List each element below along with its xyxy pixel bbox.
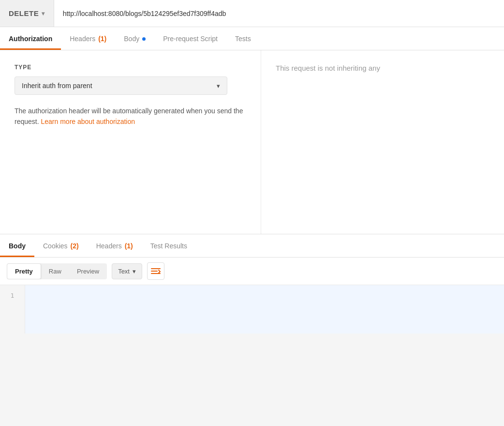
auth-right-text: This request is not inheriting any <box>276 64 380 72</box>
resp-tab-test-results-label: Test Results <box>150 242 187 250</box>
wrap-button[interactable] <box>147 262 164 280</box>
wrap-icon <box>151 266 161 276</box>
code-area: 1 <box>0 285 504 334</box>
auth-type-chevron: ▾ <box>217 82 220 90</box>
auth-type-select[interactable]: Inherit auth from parent ▾ <box>15 76 227 95</box>
raw-button[interactable]: Raw <box>41 263 69 279</box>
main-content: TYPE Inherit auth from parent ▾ The auth… <box>0 50 504 234</box>
line-number-1: 1 <box>0 291 25 300</box>
preview-button[interactable]: Preview <box>69 263 107 279</box>
type-label: TYPE <box>15 64 246 71</box>
tab-headers[interactable]: Headers (1) <box>61 28 115 50</box>
method-label: DELETE <box>9 9 39 17</box>
type-dropdown-label: Text <box>118 268 130 275</box>
request-tabs: Authorization Headers (1) Body Pre-reque… <box>0 27 504 50</box>
resp-tab-cookies-label: Cookies <box>43 242 68 250</box>
auth-description: The authorization header will be automat… <box>15 106 246 127</box>
tab-pre-request-label: Pre-request Script <box>163 35 218 43</box>
method-chevron: ▾ <box>42 10 45 17</box>
resp-tab-body[interactable]: Body <box>0 235 34 257</box>
tab-headers-label: Headers <box>70 35 95 43</box>
body-dot <box>142 37 146 41</box>
learn-more-link[interactable]: Learn more about authorization <box>41 118 135 125</box>
resp-tab-body-label: Body <box>9 242 26 250</box>
line-numbers: 1 <box>0 285 25 334</box>
cookies-badge: (2) <box>71 242 79 250</box>
resp-tab-headers[interactable]: Headers (1) <box>88 235 142 257</box>
tab-pre-request-script[interactable]: Pre-request Script <box>154 28 226 50</box>
svg-rect-1 <box>151 271 158 272</box>
tab-tests[interactable]: Tests <box>226 28 260 50</box>
tab-authorization[interactable]: Authorization <box>0 28 61 50</box>
svg-rect-0 <box>151 268 161 269</box>
auth-right-pane: This request is not inheriting any <box>261 50 504 234</box>
tab-tests-label: Tests <box>235 35 251 43</box>
method-button[interactable]: DELETE ▾ <box>0 0 54 27</box>
tab-body-label: Body <box>124 35 139 43</box>
format-bar: Pretty Raw Preview Text ▾ <box>0 258 504 285</box>
type-dropdown-chevron: ▾ <box>133 268 136 275</box>
resp-tab-headers-label: Headers <box>96 242 122 250</box>
auth-left-pane: TYPE Inherit auth from parent ▾ The auth… <box>0 50 261 234</box>
pretty-button[interactable]: Pretty <box>7 263 41 279</box>
format-group: Pretty Raw Preview <box>7 263 107 279</box>
tab-authorization-label: Authorization <box>9 35 52 43</box>
tab-body[interactable]: Body <box>115 28 154 50</box>
learn-more-text: Learn more about authorization <box>41 118 135 125</box>
resp-headers-badge: (1) <box>125 242 133 250</box>
code-content[interactable] <box>25 285 504 334</box>
top-bar: DELETE ▾ <box>0 0 504 27</box>
headers-badge: (1) <box>98 35 106 43</box>
resp-tab-test-results[interactable]: Test Results <box>142 235 196 257</box>
url-input[interactable] <box>54 0 504 27</box>
resp-tab-cookies[interactable]: Cookies (2) <box>34 235 88 257</box>
response-tabs: Body Cookies (2) Headers (1) Test Result… <box>0 234 504 258</box>
auth-type-value: Inherit auth from parent <box>22 82 92 90</box>
type-dropdown[interactable]: Text ▾ <box>112 263 142 279</box>
